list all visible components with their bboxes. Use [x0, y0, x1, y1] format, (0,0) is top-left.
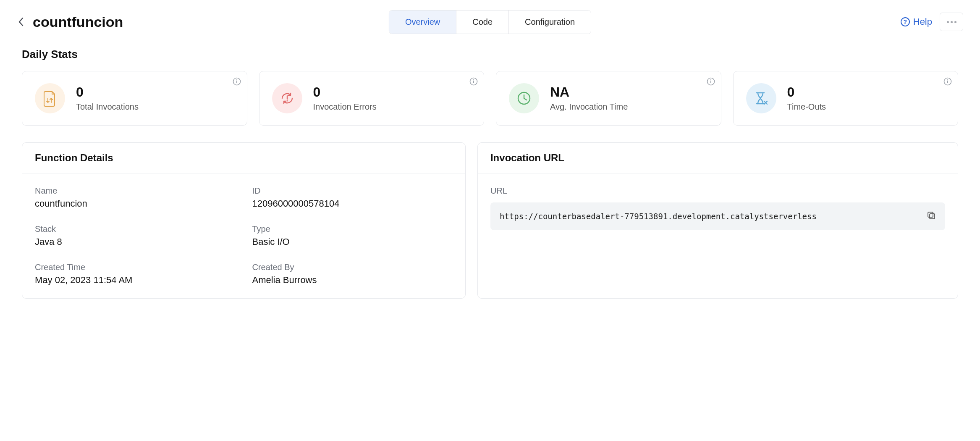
clock-icon — [509, 83, 539, 113]
field-name: Name countfuncion — [35, 186, 235, 209]
info-icon[interactable] — [707, 77, 715, 86]
field-id: ID 12096000000578104 — [252, 186, 452, 209]
svg-rect-10 — [710, 81, 711, 83]
field-type: Type Basic I/O — [252, 224, 452, 247]
stat-label: Time-Outs — [787, 102, 826, 112]
field-label: ID — [252, 186, 452, 196]
stat-label: Invocation Errors — [313, 102, 377, 112]
copy-icon — [927, 211, 936, 220]
field-label: Created Time — [35, 262, 235, 272]
info-icon[interactable] — [469, 77, 478, 86]
info-icon[interactable] — [943, 77, 952, 86]
svg-rect-14 — [947, 81, 948, 83]
help-link[interactable]: ? Help — [901, 16, 932, 27]
info-icon[interactable] — [233, 77, 241, 86]
stat-card-time-outs: 0 Time-Outs — [733, 71, 959, 126]
stat-card-total-invocations: 0 Total Invocations — [22, 71, 247, 126]
svg-rect-20 — [928, 212, 933, 217]
stat-card-invocation-errors: 0 Invocation Errors — [259, 71, 485, 126]
refresh-error-icon — [272, 83, 302, 113]
field-label: Created By — [252, 262, 452, 272]
field-value: 12096000000578104 — [252, 198, 452, 209]
back-button[interactable] — [17, 18, 25, 26]
tab-overview[interactable]: Overview — [389, 10, 456, 34]
svg-rect-2 — [236, 81, 237, 83]
help-label: Help — [913, 16, 932, 27]
field-value: May 02, 2023 11:54 AM — [35, 275, 235, 286]
field-label: Type — [252, 224, 452, 234]
stat-value: NA — [550, 85, 628, 100]
stat-label: Total Invocations — [76, 102, 139, 112]
stat-value: 0 — [313, 85, 377, 100]
field-stack: Stack Java 8 — [35, 224, 235, 247]
url-value: https://counterbasedalert-779513891.deve… — [500, 212, 918, 221]
function-details-card: Function Details Name countfuncion ID 12… — [22, 142, 466, 299]
field-value: Amelia Burrows — [252, 275, 452, 286]
stat-value: 0 — [76, 85, 139, 100]
svg-rect-19 — [930, 214, 935, 219]
invocation-url-card: Invocation URL URL https://counterbaseda… — [477, 142, 958, 299]
more-button[interactable] — [940, 13, 963, 31]
copy-button[interactable] — [927, 211, 936, 222]
field-created-by: Created By Amelia Burrows — [252, 262, 452, 286]
svg-point-1 — [236, 79, 237, 80]
page-title: countfuncion — [33, 14, 123, 30]
stat-label: Avg. Invocation Time — [550, 102, 628, 112]
help-icon: ? — [901, 17, 910, 26]
svg-point-9 — [710, 79, 711, 80]
hourglass-x-icon — [746, 83, 776, 113]
tab-configuration[interactable]: Configuration — [509, 10, 591, 34]
field-label: Name — [35, 186, 235, 196]
field-label: Stack — [35, 224, 235, 234]
file-invocations-icon — [35, 83, 65, 113]
field-value: countfuncion — [35, 198, 235, 209]
stat-card-avg-invocation-time: NA Avg. Invocation Time — [496, 71, 721, 126]
svg-point-13 — [947, 79, 948, 80]
svg-point-7 — [286, 100, 288, 102]
field-value: Java 8 — [35, 236, 235, 247]
field-created-time: Created Time May 02, 2023 11:54 AM — [35, 262, 235, 286]
tab-code[interactable]: Code — [456, 10, 509, 34]
svg-rect-5 — [473, 81, 474, 83]
invocation-url-title: Invocation URL — [478, 143, 958, 173]
svg-point-4 — [473, 79, 474, 80]
function-details-title: Function Details — [22, 143, 465, 173]
stat-value: 0 — [787, 85, 826, 100]
daily-stats-title: Daily Stats — [22, 48, 963, 61]
url-label: URL — [490, 186, 945, 196]
field-value: Basic I/O — [252, 236, 452, 247]
tab-bar: Overview Code Configuration — [389, 10, 591, 34]
